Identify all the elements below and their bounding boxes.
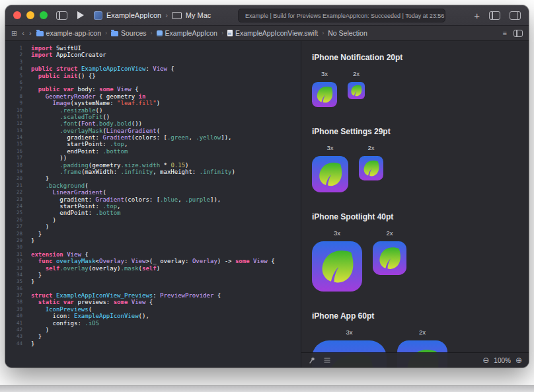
run-button[interactable] xyxy=(77,11,84,19)
destination-display-icon xyxy=(172,12,182,19)
code-line[interactable]: LinearGradient( xyxy=(31,189,301,196)
code-line[interactable]: .frame(maxWidth: .infinity, maxHeight: .… xyxy=(31,169,301,175)
zoom-in-icon[interactable]: ⊕ xyxy=(515,356,522,364)
scale-label: 2x xyxy=(353,70,360,77)
code-line[interactable]: endPoint: .bottom xyxy=(31,148,301,155)
line-number: 3 xyxy=(5,59,22,65)
code-line[interactable]: } xyxy=(31,278,301,285)
code-line[interactable]: func overlayMask<Overlay: View>(_ overla… xyxy=(31,258,301,264)
leaf-icon xyxy=(373,241,406,275)
breadcrumb-item[interactable]: ExampleAppIcon xyxy=(157,29,217,37)
line-number: 43 xyxy=(5,333,22,340)
editor-layout-icon[interactable] xyxy=(489,11,500,20)
line-number: 16 xyxy=(5,148,22,155)
code-line[interactable]: ) xyxy=(31,223,301,230)
fullscreen-button[interactable] xyxy=(40,11,48,19)
scheme-app-icon xyxy=(94,11,102,20)
scale-label: 3x xyxy=(346,329,352,336)
line-number: 26 xyxy=(5,217,22,223)
forward-button[interactable]: › xyxy=(29,30,32,37)
line-number: 10 xyxy=(5,107,22,114)
navigator-toggle-icon[interactable] xyxy=(56,11,67,20)
code-line[interactable] xyxy=(31,244,301,251)
code-line[interactable]: public var body: some View { xyxy=(31,86,301,93)
code-line[interactable]: icon: ExampleAppIconView(), xyxy=(31,313,301,319)
code-line[interactable]: self.overlay(overlay).mask(self) xyxy=(31,265,301,272)
line-number: 1 xyxy=(5,45,22,52)
inspector-toggle-icon[interactable] xyxy=(510,11,521,20)
breadcrumb-item[interactable]: ExampleAppIconView.swift xyxy=(227,29,318,37)
line-number: 42 xyxy=(5,327,22,333)
xcode-window: ExampleAppIcon › My Mac Example | Build … xyxy=(5,5,529,368)
breadcrumb-separator-icon: › xyxy=(321,30,324,36)
build-status-text: Example | Build for Previews ExampleAppI… xyxy=(245,13,444,19)
code-line[interactable]: ) xyxy=(31,327,301,333)
scheme-selector[interactable]: ExampleAppIcon › My Mac xyxy=(94,11,211,20)
back-button[interactable]: ‹ xyxy=(22,30,24,37)
code-line[interactable]: GeometryReader { geometry in xyxy=(31,93,301,100)
code-line[interactable]: } xyxy=(31,231,301,237)
code-line[interactable]: configs: .iOS xyxy=(31,320,301,327)
code-line[interactable]: gradient: Gradient(colors: [.blue, .purp… xyxy=(31,196,301,203)
code-line[interactable]: Image(systemName: "leaf.fill") xyxy=(31,100,301,106)
destination-name: My Mac xyxy=(186,11,211,19)
breadcrumb-item[interactable]: Sources xyxy=(111,29,147,37)
breadcrumb-separator-icon: › xyxy=(150,30,153,36)
desktop-strip xyxy=(0,385,534,392)
code-line[interactable]: static var previews: some View { xyxy=(31,299,301,305)
line-number: 44 xyxy=(5,340,22,347)
code-line[interactable] xyxy=(31,59,301,65)
code-line[interactable]: .padding(geometry.size.width * 0.15) xyxy=(31,162,301,169)
code-line[interactable]: .scaledToFit() xyxy=(31,114,301,120)
code-line[interactable]: public struct ExampleAppIconView: View { xyxy=(31,65,301,72)
app-icon-preview xyxy=(312,82,337,107)
line-number: 38 xyxy=(5,299,22,305)
pin-icon[interactable] xyxy=(308,356,316,364)
code-line[interactable]: .resizable() xyxy=(31,107,301,114)
library-plus-icon[interactable]: + xyxy=(474,11,480,20)
code-line[interactable]: } xyxy=(31,340,301,347)
code-line[interactable]: public init() {} xyxy=(31,73,301,79)
code-line[interactable]: gradient: Gradient(colors: [.green, .yel… xyxy=(31,134,301,141)
code-line[interactable]: .background( xyxy=(31,182,301,189)
code-line[interactable]: import SwiftUI xyxy=(31,45,301,52)
activity-status-pill[interactable]: Example | Build for Previews ExampleAppI… xyxy=(238,9,445,22)
close-button[interactable] xyxy=(13,11,21,19)
leaf-icon xyxy=(359,156,383,180)
code-line[interactable]: .font(Font.body.bold()) xyxy=(31,120,301,127)
breadcrumb-item[interactable]: No Selection xyxy=(328,29,367,37)
line-number: 17 xyxy=(5,155,22,161)
code-line[interactable]: extension View { xyxy=(31,251,301,258)
code-line[interactable]: startPoint: .top, xyxy=(31,203,301,210)
code-line[interactable]: struct ExampleAppIconView_Previews: Prev… xyxy=(31,292,301,299)
line-number: 23 xyxy=(5,196,22,203)
code-line[interactable] xyxy=(31,286,301,292)
code-line[interactable]: )) xyxy=(31,155,301,161)
line-number: 24 xyxy=(5,203,22,210)
code-line[interactable]: import AppIconCreator xyxy=(31,52,301,58)
code-line[interactable]: } xyxy=(31,237,301,244)
code-line[interactable]: IconPreviews( xyxy=(31,306,301,313)
list-icon[interactable] xyxy=(323,356,331,364)
code-lines[interactable]: import SwiftUIimport AppIconCreatorpubli… xyxy=(26,41,301,368)
minimize-button[interactable] xyxy=(26,11,34,19)
scale-label: 3x xyxy=(334,229,340,237)
code-editor[interactable]: 1234567891011121314151617181920212223242… xyxy=(5,41,301,368)
zoom-out-icon[interactable]: ⊖ xyxy=(482,356,489,364)
line-number: 25 xyxy=(5,210,22,216)
code-line[interactable]: endPoint: .bottom xyxy=(31,210,301,216)
code-line[interactable]: } xyxy=(31,272,301,278)
scale-label: 2x xyxy=(386,229,393,237)
breadcrumb-label: ExampleAppIconView.swift xyxy=(235,29,318,37)
code-line[interactable]: startPoint: .top, xyxy=(31,141,301,147)
code-line[interactable]: .overlayMask(LinearGradient( xyxy=(31,128,301,134)
add-editor-icon[interactable] xyxy=(514,30,523,37)
code-line[interactable]: } xyxy=(31,333,301,340)
breadcrumb-item[interactable]: example-app-icon xyxy=(36,29,101,37)
folder-icon xyxy=(111,31,118,36)
related-items-icon[interactable]: ⊞ xyxy=(11,30,17,37)
adjust-editor-options-icon[interactable]: ≡ xyxy=(503,30,507,37)
code-line[interactable] xyxy=(31,79,301,86)
code-line[interactable]: } xyxy=(31,175,301,182)
code-line[interactable]: ) xyxy=(31,217,301,223)
